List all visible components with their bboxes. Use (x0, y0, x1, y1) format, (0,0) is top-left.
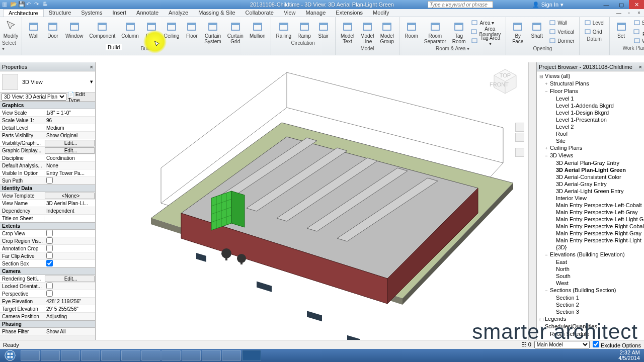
prop-value[interactable]: None (44, 163, 95, 168)
tree-node[interactable]: 3D Aerial Plan-Light Green (537, 166, 644, 173)
ref-plane-button[interactable]: Ref Plane (631, 27, 644, 36)
close-icon[interactable]: × (639, 64, 642, 70)
tab-systems[interactable]: Systems (76, 9, 107, 17)
tab-insert[interactable]: Insert (108, 9, 132, 17)
tree-node[interactable]: Level 1-Presentation (537, 116, 644, 123)
tree-node[interactable]: 3D Aerial-Consistent Color (537, 173, 644, 180)
prop-value[interactable]: 428' 2 119/256" (44, 299, 95, 304)
prop-value[interactable] (44, 230, 95, 237)
tree-node[interactable]: −Elevations (Building Elevation) (537, 251, 644, 258)
signin-button[interactable]: 👤Sign In▾ (532, 2, 564, 8)
prop-value[interactable]: Edit... (45, 147, 95, 154)
ramp-button[interactable]: Ramp (294, 18, 314, 40)
tree-node[interactable]: +Structural Plans (537, 80, 644, 87)
prop-row[interactable]: Annotation Crop (0, 245, 95, 252)
taskbar-app[interactable] (81, 350, 100, 361)
prop-value[interactable]: Show All (44, 329, 95, 334)
prop-value[interactable]: Coordination (44, 155, 95, 161)
viewcube[interactable]: TOPFRONT (489, 66, 521, 99)
tree-node[interactable]: North (537, 265, 644, 273)
prop-row[interactable]: Detail LevelMedium (0, 124, 95, 132)
window-button[interactable]: Window (62, 18, 87, 46)
viewport-3d[interactable]: TOPFRONT 1/8" = 1'-0" (96, 62, 536, 349)
prop-row[interactable]: Eye Elevation428' 2 119/256" (0, 298, 95, 305)
prop-row[interactable]: Target Elevation29' 5 255/256" (0, 305, 95, 313)
search-input[interactable] (428, 1, 493, 8)
tree-node[interactable]: Level 2 (537, 123, 644, 130)
prop-row[interactable]: Far Clip Active (0, 252, 95, 260)
taskbar-app[interactable] (121, 350, 140, 361)
prop-value[interactable]: <None> (45, 193, 95, 199)
tree-node[interactable]: South (537, 273, 644, 280)
minimize-button[interactable]: — (599, 0, 614, 9)
tab-manage[interactable]: Manage (301, 9, 331, 17)
tree-node[interactable]: 3D Aerial-Light Green Entry (537, 188, 644, 195)
prop-row[interactable]: Camera PositionAdjusting (0, 313, 95, 320)
tree-node[interactable]: Main Entry Perspective-Right-Light (537, 237, 644, 244)
tree-node[interactable]: Main Entry Perspective-Left-Light Green (537, 216, 644, 223)
prop-value[interactable] (44, 177, 95, 185)
maximize-button[interactable]: ▢ (614, 0, 629, 9)
prop-value[interactable] (44, 260, 95, 267)
railing-button[interactable]: Railing (273, 18, 295, 40)
prop-row[interactable]: Title on Sheet (0, 215, 95, 222)
modify-tool[interactable]: Modify (1, 18, 21, 40)
component-button[interactable]: Component (87, 18, 119, 46)
tree-node[interactable]: +Ceiling Plans (537, 144, 644, 152)
tag-area--button[interactable]: Tag Area ▾ (468, 36, 504, 45)
prop-value[interactable]: 96 (44, 118, 95, 123)
prop-row[interactable]: Scale Value 1:96 (0, 117, 95, 124)
tree-node[interactable]: Level 1-Addenda Bkgrd (537, 102, 644, 109)
taskbar-app[interactable] (101, 350, 120, 361)
qat-print-icon[interactable]: 🖶 (42, 1, 49, 8)
doc-close[interactable]: × (634, 9, 644, 17)
prop-row[interactable]: View Scale1/8" = 1'-0" (0, 109, 95, 117)
taskbar-app[interactable] (182, 350, 201, 361)
prop-row[interactable]: View Template<None> (0, 192, 95, 200)
qat-icon[interactable]: ▥ (2, 1, 9, 8)
model-group-button[interactable]: ModelGroup (377, 18, 397, 46)
tab-structure[interactable]: Structure (44, 9, 76, 17)
prop-row[interactable]: Graphic Display...Edit... (0, 147, 95, 154)
taskbar-chrome[interactable] (41, 350, 60, 361)
mullion-button[interactable]: Mullion (247, 18, 269, 46)
tree-node[interactable]: West (537, 280, 644, 287)
prop-row[interactable]: Default Analysis...None (0, 162, 95, 169)
door-button[interactable]: Door (43, 18, 62, 46)
qat-save-icon[interactable]: 💾 (18, 1, 25, 8)
curtain-grid-button[interactable]: CurtainGrid (224, 18, 247, 46)
by-face-button[interactable]: ByFace (508, 18, 527, 46)
ceiling-button[interactable]: Ceiling (161, 18, 183, 46)
roof-button[interactable]: Roof (142, 18, 161, 46)
tree-node[interactable]: Section 1 (537, 294, 644, 301)
prop-value[interactable]: Independent (44, 208, 95, 214)
grid-button[interactable]: Grid (582, 27, 607, 36)
prop-row[interactable]: Crop View (0, 230, 95, 237)
close-button[interactable]: ✕ (629, 0, 644, 9)
doc-minimize[interactable]: — (614, 9, 624, 17)
prop-value[interactable]: 3D Aerial Plan-Li... (44, 201, 95, 206)
select-dropdown[interactable]: Select ▾ (2, 40, 20, 47)
tree-node[interactable]: −Sections (Building Section) (537, 287, 644, 294)
tree-node[interactable]: Site (537, 137, 644, 144)
stair-button[interactable]: Stair (314, 18, 333, 40)
model-line-button[interactable]: ModelLine (357, 18, 377, 46)
prop-value[interactable] (44, 237, 95, 245)
prop-value[interactable]: Entry Tower Pa... (44, 170, 95, 176)
tab-massing-site[interactable]: Massing & Site (193, 9, 240, 17)
tree-node[interactable]: Main Entry Perspective-Right-Cobalt (537, 223, 644, 230)
prop-value[interactable]: Show Original (44, 133, 95, 138)
prop-row[interactable]: Perspective (0, 290, 95, 298)
taskbar-app[interactable] (61, 350, 80, 361)
prop-value[interactable] (44, 245, 95, 252)
wall-button[interactable]: Wall (24, 18, 43, 46)
curtain-system-button[interactable]: CurtainSystem (201, 18, 224, 46)
prop-row[interactable]: View Name3D Aerial Plan-Li... (0, 200, 95, 207)
tree-node[interactable]: Interior View (537, 195, 644, 202)
type-selector[interactable]: 3D View ▾ (0, 71, 95, 93)
prop-value[interactable]: 29' 5 255/256" (44, 306, 95, 312)
tree-node[interactable]: 3D Aerial-Gray Entry (537, 180, 644, 188)
room-button[interactable]: Room (401, 18, 421, 46)
prop-row[interactable]: Visible In OptionEntry Tower Pa... (0, 169, 95, 177)
nav-bar[interactable] (515, 123, 524, 157)
